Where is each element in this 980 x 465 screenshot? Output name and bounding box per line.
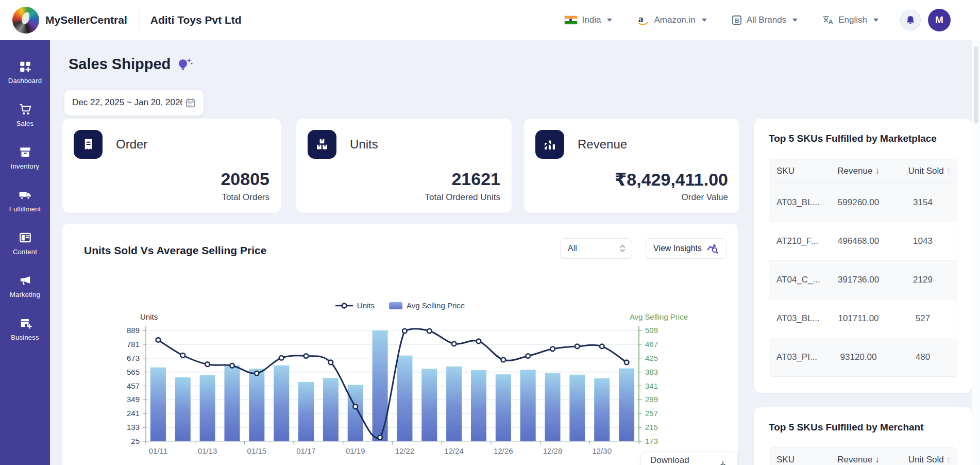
box-icon <box>19 145 32 159</box>
cart-icon <box>19 103 32 116</box>
caret-down-icon <box>607 19 612 22</box>
kpi-card-revenue: Revenue ₹8,429,411.00 Order Value <box>524 119 739 213</box>
column-header-unit-sold[interactable]: Unit Sold ↑ <box>896 455 957 465</box>
sidebar-item-fulfillment[interactable]: Fulfillment <box>0 179 50 222</box>
svg-text:467: 467 <box>645 340 658 348</box>
sort-asc-icon: ↑ <box>947 455 951 464</box>
insights-chart-icon <box>706 243 719 254</box>
stacked-boxes-icon <box>308 130 336 159</box>
legend-item-avg-selling-price[interactable]: Avg Selling Price <box>389 301 465 310</box>
top-skus-merchant-card: Top 5 SKUs Fulfilled by Merchant SKU Rev… <box>754 407 972 465</box>
brands-label: All Brands <box>747 15 786 25</box>
svg-text:12/22: 12/22 <box>395 446 415 455</box>
kpi-title: Units <box>350 137 378 152</box>
caret-down-icon <box>702 19 707 22</box>
user-avatar[interactable]: M <box>928 9 951 31</box>
megaphone-icon <box>19 274 32 287</box>
svg-text:12/26: 12/26 <box>494 446 513 455</box>
column-header-revenue[interactable]: Revenue ↓ <box>821 455 896 465</box>
column-header-unit-sold[interactable]: Unit Sold ↑ <box>896 166 957 176</box>
svg-text:12/24: 12/24 <box>444 446 464 455</box>
country-label: India <box>582 15 601 25</box>
language-label: English <box>838 15 867 25</box>
svg-text:673: 673 <box>127 354 140 362</box>
sort-desc-icon: ↓ <box>875 166 880 176</box>
date-range-picker[interactable]: Dec 22, 2025 ~ Jan 20, 2026 <box>64 90 204 115</box>
svg-text:12/30: 12/30 <box>592 446 612 455</box>
left-axis-title: Units <box>140 312 158 321</box>
sidebar-item-sales[interactable]: Sales <box>0 93 50 136</box>
svg-text:215: 215 <box>645 423 658 431</box>
receipt-icon <box>74 130 103 159</box>
chart-legend: Units Avg Selling Price <box>62 301 738 310</box>
brands-dropdown[interactable]: B All Brands <box>732 15 798 25</box>
marketplace-label: Amazon.in <box>654 15 695 25</box>
table-row: AT03_BL... 101711.00 527 <box>769 299 957 338</box>
kpi-caption: Total Ordered Units <box>425 192 500 203</box>
page-title: Sales Shipped <box>69 56 171 73</box>
india-flag-icon <box>564 15 578 25</box>
line-marker-icon <box>335 303 353 309</box>
svg-text:341: 341 <box>645 381 658 390</box>
kpi-title: Order <box>116 137 147 152</box>
download-icon <box>718 460 728 465</box>
marketplace-dropdown[interactable]: a Amazon.in <box>637 13 706 27</box>
right-axis-title: Avg Selling Price <box>630 312 688 321</box>
company-name: Aditi Toys Pvt Ltd <box>150 14 242 26</box>
scrollbar-thumb[interactable] <box>974 46 978 124</box>
kpi-value: 20805 <box>221 169 269 189</box>
insight-bulb-icon[interactable] <box>177 58 193 71</box>
svg-text:299: 299 <box>645 395 658 404</box>
chevron-up-down-icon <box>619 244 626 253</box>
amazon-icon: a <box>637 13 649 27</box>
svg-text:889: 889 <box>127 326 140 335</box>
brand-name: MySellerCentral <box>45 14 127 26</box>
sidebar-nav: Dashboard Sales Inventory Ful <box>0 40 50 465</box>
legend-item-units[interactable]: Units <box>335 301 375 310</box>
svg-text:A: A <box>829 18 834 26</box>
kpi-caption: Total Orders <box>222 192 269 203</box>
chart-filter-value: All <box>568 244 577 253</box>
date-range-value: Dec 22, 2025 ~ Jan 20, 2026 <box>72 97 182 108</box>
bell-icon <box>905 15 916 25</box>
country-dropdown[interactable]: India <box>564 15 613 25</box>
sort-desc-icon: ↓ <box>875 455 880 464</box>
revenue-chart-icon <box>535 130 564 159</box>
header-divider <box>139 9 139 31</box>
dashboard-page: MySellerCentral Aditi Toys Pvt Ltd India… <box>0 0 980 465</box>
notifications-button[interactable] <box>900 10 921 30</box>
svg-text:257: 257 <box>645 409 658 418</box>
kpi-caption: Order Value <box>682 192 728 203</box>
kpi-card-units: Units 21621 Total Ordered Units <box>296 119 512 213</box>
svg-text:25: 25 <box>131 437 140 445</box>
sidebar-item-content[interactable]: Content <box>0 222 50 264</box>
brand-logo-icon <box>12 7 39 34</box>
svg-text:01/13: 01/13 <box>198 446 217 455</box>
top-skus-marketplace-card: Top 5 SKUs Fulfilled by Marketplace SKU … <box>754 119 972 393</box>
sidebar-item-marketing[interactable]: Marketing <box>0 264 50 307</box>
dashboard-icon <box>19 60 32 73</box>
download-report-button[interactable]: Download Report <box>640 452 738 465</box>
svg-text:12/28: 12/28 <box>543 446 563 455</box>
svg-text:01/15: 01/15 <box>247 446 267 455</box>
sidebar-item-dashboard[interactable]: Dashboard <box>0 51 50 93</box>
sidebar-item-inventory[interactable]: Inventory <box>0 136 50 179</box>
scrollbar[interactable] <box>972 40 980 465</box>
layout-icon <box>19 231 32 244</box>
column-header-revenue[interactable]: Revenue ↓ <box>821 166 896 176</box>
svg-text:01/17: 01/17 <box>296 446 316 455</box>
kpi-title: Revenue <box>578 137 627 152</box>
chart-filter-select[interactable]: All <box>560 238 632 259</box>
view-insights-button[interactable]: View Insights <box>646 238 726 259</box>
sidebar-item-business[interactable]: Business <box>0 307 50 350</box>
caret-down-icon <box>792 19 798 22</box>
language-dropdown[interactable]: A English <box>822 14 878 26</box>
svg-text:509: 509 <box>645 326 658 335</box>
svg-text:565: 565 <box>127 368 140 376</box>
brand-b-icon: B <box>732 15 742 25</box>
column-header-sku: SKU <box>769 455 821 465</box>
top-header: MySellerCentral Aditi Toys Pvt Ltd India… <box>0 0 980 40</box>
kpi-value: ₹8,429,411.00 <box>615 169 728 190</box>
calendar-icon <box>185 97 196 108</box>
sku-table: SKU Revenue ↓ Unit Sold ↑ AT03_BL... 599… <box>769 159 957 377</box>
